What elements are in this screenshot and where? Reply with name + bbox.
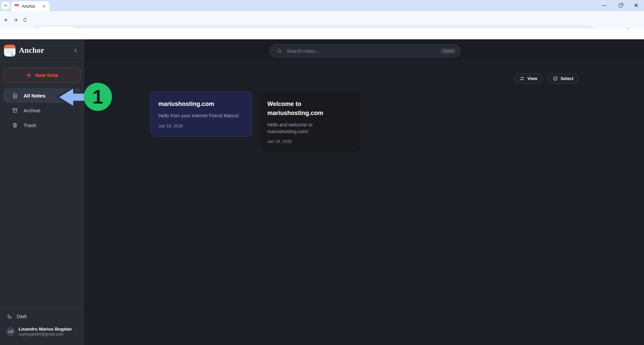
tab-title: Anchor [22, 4, 38, 9]
anchor-logo-icon: ⚓ [4, 45, 15, 56]
sidebar-collapse-button[interactable] [73, 48, 78, 53]
user-profile[interactable]: LM Lixandru Marius Bogdan supergate84@gm… [3, 324, 81, 339]
sidebar-item-trash[interactable]: Trash [3, 118, 81, 132]
note-card[interactable]: Welcome to mariushosting.com Hello and w… [259, 91, 362, 152]
browser-window: Anchor × ✕ Not secure 192.168.1.18:2997/… [0, 0, 644, 345]
view-options-icon [520, 76, 525, 81]
forward-button[interactable] [11, 15, 20, 25]
window-controls: ✕ [597, 0, 644, 11]
restore-button[interactable] [612, 0, 628, 11]
search-bar[interactable]: Ctrl+K [269, 44, 461, 58]
chevron-left-icon [73, 48, 78, 53]
search-icon [277, 48, 282, 54]
back-arrow-icon [3, 17, 9, 23]
sidebar-item-label: All Notes [24, 93, 45, 99]
note-excerpt: Hello and welcome to mariushosting.com! [267, 122, 353, 135]
sidebar: ⚓ Anchor New Note All Notes [0, 39, 84, 345]
trash-icon [12, 122, 18, 128]
sidebar-nav: All Notes Archive Trash [3, 88, 81, 132]
theme-toggle[interactable]: Dark [3, 310, 81, 322]
note-title: Welcome to mariushosting.com [267, 100, 353, 118]
back-button[interactable] [1, 15, 11, 25]
minimize-button[interactable] [597, 0, 612, 11]
note-date: Jan 19, 2026 [267, 139, 353, 144]
shortcut-badge: Ctrl+K [440, 48, 456, 54]
view-button[interactable]: View [514, 73, 543, 84]
sidebar-header: ⚓ Anchor [0, 39, 84, 62]
archive-box-icon [12, 108, 18, 113]
sidebar-footer: Dark LM Lixandru Marius Bogdan supergate… [0, 307, 84, 345]
sidebar-item-archive[interactable]: Archive [3, 103, 81, 118]
select-button[interactable]: Select [547, 73, 579, 84]
sidebar-item-label: Archive [24, 108, 40, 113]
sidebar-item-all-notes[interactable]: All Notes [3, 88, 81, 103]
browser-toolbar: Not secure 192.168.1.18:2997/notes [0, 11, 644, 29]
user-avatar: LM [6, 327, 15, 336]
browser-tab[interactable]: Anchor × [11, 1, 49, 11]
reload-button[interactable] [20, 15, 30, 25]
close-button[interactable]: ✕ [628, 0, 644, 11]
chevron-down-icon [4, 4, 7, 7]
note-date: Jan 19, 2026 [158, 124, 244, 128]
plus-icon [26, 72, 32, 78]
list-actions: View Select [514, 73, 579, 84]
view-button-label: View [527, 76, 537, 81]
app-brand: Anchor [19, 46, 70, 55]
notes-grid: mariushosting.com Hello from your Intern… [150, 91, 362, 152]
tab-strip: Anchor × ✕ [0, 0, 644, 11]
search-input[interactable] [287, 48, 436, 54]
moon-icon [7, 314, 12, 319]
main-area: Ctrl+K View Select [84, 39, 644, 345]
select-button-label: Select [561, 76, 573, 81]
user-email: supergate84@gmail.com [18, 332, 72, 337]
new-note-button[interactable]: New Note [3, 67, 81, 83]
check-circle-icon [553, 76, 558, 81]
anchor-app: ⚓ Anchor New Note All Notes [0, 39, 644, 345]
notes-document-icon [12, 93, 18, 99]
page-top-strip [0, 29, 644, 39]
sidebar-item-label: Trash [24, 122, 36, 128]
note-title: mariushosting.com [158, 100, 244, 109]
forward-arrow-icon [13, 17, 18, 23]
user-name: Lixandru Marius Bogdan [18, 326, 72, 332]
note-excerpt: Hello from your Internet Friend Marius! [158, 113, 244, 119]
new-note-label: New Note [35, 72, 58, 78]
tab-search-button[interactable] [2, 2, 9, 9]
theme-label: Dark [17, 314, 27, 319]
main-header: Ctrl+K [84, 39, 644, 62]
anchor-favicon-icon [14, 4, 19, 9]
reload-icon [22, 17, 28, 23]
note-card[interactable]: mariushosting.com Hello from your Intern… [150, 91, 252, 137]
tab-close-icon[interactable]: × [41, 4, 46, 9]
